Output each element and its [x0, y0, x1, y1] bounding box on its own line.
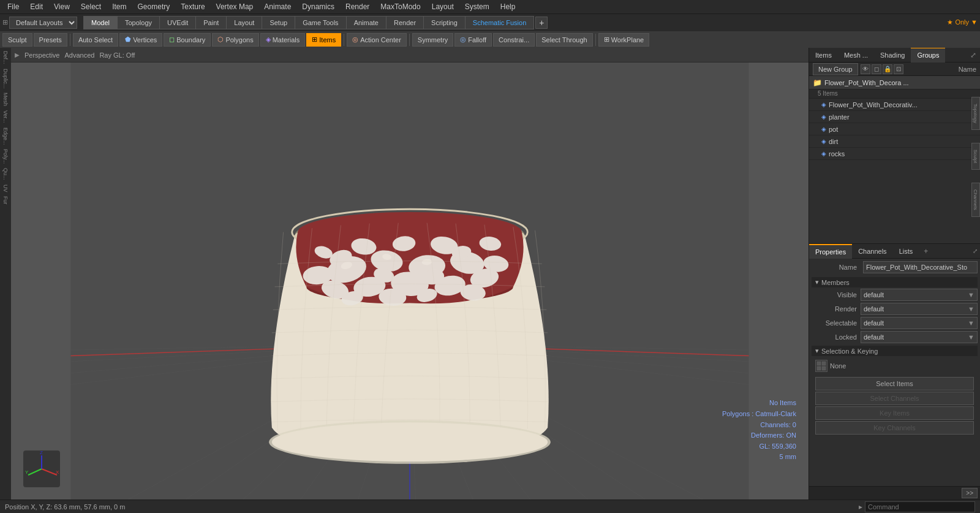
menu-help[interactable]: Help	[496, 1, 521, 12]
tab-uvedit[interactable]: UVEdit	[159, 16, 195, 29]
boundary-button[interactable]: ◻ Boundary	[164, 33, 211, 47]
only-toggle[interactable]: ★ Only ▼	[947, 18, 978, 26]
left-icon-dupl[interactable]: Duplic...	[2, 67, 9, 91]
edge-tab-sculpt[interactable]: Sculpt	[971, 143, 980, 170]
edge-tab-channels[interactable]: Channels	[971, 183, 980, 217]
tree-icon-select[interactable]: ⊡	[894, 64, 903, 74]
edge-tab-topology[interactable]: Topology	[971, 97, 980, 130]
sel-keying-section-header[interactable]: ▾ Selection & Keying	[812, 346, 978, 356]
menu-select[interactable]: Select	[76, 1, 106, 12]
tree-item-3[interactable]: ◈ dirt	[809, 135, 980, 148]
tab-model[interactable]: Model	[83, 16, 117, 29]
viewport-dropdown-arrow[interactable]: ▶	[15, 51, 20, 58]
separator-3	[409, 34, 410, 46]
left-icon-qu[interactable]: Qu...	[2, 166, 9, 182]
tab-layout[interactable]: Layout	[226, 16, 262, 29]
tree-icon-render[interactable]: ◻	[872, 64, 881, 74]
menu-texture[interactable]: Texture	[176, 1, 209, 12]
select-channels-button[interactable]: Select Channels	[815, 392, 974, 405]
vertices-button[interactable]: ⬟ Vertices	[119, 33, 162, 47]
tab-setup[interactable]: Setup	[262, 16, 295, 29]
menu-view[interactable]: View	[49, 1, 75, 12]
menu-animate[interactable]: Animate	[259, 1, 296, 12]
materials-button[interactable]: ◈ Materials	[260, 33, 306, 47]
constraints-button[interactable]: Constrai...	[493, 33, 535, 47]
tree-icon-eye[interactable]: 👁	[861, 64, 870, 74]
locked-dropdown[interactable]: default ▼	[861, 331, 978, 343]
falloff-button[interactable]: ◎ Falloff	[454, 33, 492, 47]
menu-layout[interactable]: Layout	[427, 1, 459, 12]
tab-render[interactable]: Render	[386, 16, 423, 29]
select-items-button[interactable]: Select Items	[815, 377, 974, 390]
left-icon-mesh[interactable]: Mesh	[2, 91, 9, 108]
select-through-button[interactable]: Select Through	[536, 33, 592, 47]
symmetry-button[interactable]: Symmetry	[412, 33, 454, 47]
key-items-button[interactable]: Key Items	[815, 406, 974, 420]
viewport[interactable]: ▶ Perspective Advanced Ray GL: Off ⊞ ↺ ⊙…	[11, 48, 809, 500]
tab-mesh[interactable]: Mesh ...	[838, 48, 874, 63]
tab-scripting[interactable]: Scripting	[423, 16, 465, 29]
left-icon-poly[interactable]: Poly...	[2, 147, 9, 165]
key-channels-button[interactable]: Key Channels	[815, 421, 974, 435]
left-icon-uv[interactable]: UV	[2, 183, 9, 194]
rp-top-expand[interactable]: ⤢	[967, 49, 980, 61]
menu-system[interactable]: System	[460, 1, 494, 12]
prop-tab-add[interactable]: +	[920, 245, 932, 257]
tree-item-0[interactable]: ◈ Flower_Pot_With_Decorativ...	[809, 99, 980, 111]
tree-item-4[interactable]: ◈ rocks	[809, 148, 980, 160]
toolbar: Sculpt Presets Auto Select ⬟ Vertices ◻ …	[0, 31, 980, 48]
polygons-button[interactable]: ⬡ Polygons	[212, 33, 258, 47]
prop-expand-btn[interactable]: ⤢	[970, 246, 980, 256]
prop-tab-properties[interactable]: Properties	[809, 244, 852, 259]
tab-shading[interactable]: Shading	[874, 48, 911, 63]
items-button[interactable]: ⊞ Items	[306, 33, 341, 47]
new-group-button[interactable]: New Group	[813, 63, 858, 75]
menu-geometry[interactable]: Geometry	[133, 1, 175, 12]
menu-vertex-map[interactable]: Vertex Map	[211, 1, 258, 12]
tree-icon-lock[interactable]: 🔒	[883, 64, 892, 74]
layout-dropdown-icon[interactable]: ⊞	[2, 18, 8, 26]
tree-content[interactable]: 📁 Flower_Pot_With_Decora ... 5 Items ◈ F…	[809, 76, 980, 243]
tab-topology[interactable]: Topology	[117, 16, 159, 29]
tab-animate[interactable]: Animate	[346, 16, 386, 29]
menu-edit[interactable]: Edit	[25, 1, 48, 12]
visible-dropdown[interactable]: default ▼	[861, 289, 978, 301]
add-layout-btn[interactable]: +	[535, 17, 548, 29]
tree-item-1[interactable]: ◈ planter	[809, 111, 980, 123]
menu-dynamics[interactable]: Dynamics	[297, 1, 339, 12]
members-section-header[interactable]: ▾ Members	[812, 277, 978, 287]
layout-select[interactable]: Default Layouts	[9, 17, 77, 29]
menu-maxtomodo[interactable]: MaxToModo	[375, 1, 425, 12]
auto-select-button[interactable]: Auto Select	[73, 33, 118, 47]
mesh-icon-1: ◈	[821, 113, 826, 120]
render-dropdown[interactable]: default ▼	[861, 303, 978, 315]
left-icon-def[interactable]: Def...	[2, 49, 9, 66]
tab-groups[interactable]: Groups	[911, 48, 945, 63]
tab-game-tools[interactable]: Game Tools	[295, 16, 346, 29]
menu-file[interactable]: File	[2, 1, 24, 12]
item-name-0: Flower_Pot_With_Decorativ...	[829, 101, 976, 108]
prop-name-input[interactable]	[863, 261, 978, 273]
presets-button[interactable]: Presets	[34, 33, 67, 47]
scroll-right-btn[interactable]: >>	[962, 488, 978, 498]
menu-render[interactable]: Render	[341, 1, 374, 12]
prop-tab-lists[interactable]: Lists	[893, 244, 919, 259]
tab-items[interactable]: Items	[809, 48, 838, 63]
tab-schematic-fusion[interactable]: Schematic Fusion	[465, 16, 534, 29]
status-deformers: Deformers: ON	[722, 430, 796, 441]
tab-paint[interactable]: Paint	[195, 16, 226, 29]
prop-tab-channels[interactable]: Channels	[852, 244, 892, 259]
command-input[interactable]	[865, 501, 975, 512]
tree-item-2[interactable]: ◈ pot	[809, 123, 980, 135]
left-icon-fur[interactable]: Fur	[2, 194, 9, 207]
menu-item[interactable]: Item	[107, 1, 131, 12]
action-center-button[interactable]: ◎ Action Center	[347, 33, 407, 47]
tree-group-flower-pot[interactable]: 📁 Flower_Pot_With_Decora ...	[809, 76, 980, 89]
selectable-dropdown[interactable]: default ▼	[861, 317, 978, 329]
command-arrow[interactable]: ▸	[859, 503, 862, 511]
left-icon-ver[interactable]: Ver...	[2, 108, 9, 125]
workplane-button[interactable]: ⊞ WorkPlane	[598, 33, 650, 47]
sculpt-button[interactable]: Sculpt	[2, 33, 32, 47]
viewport-canvas[interactable]: No Items Polygons : Catmull-Clark Channe…	[11, 63, 809, 500]
left-icon-edge[interactable]: Edge...	[2, 126, 9, 147]
